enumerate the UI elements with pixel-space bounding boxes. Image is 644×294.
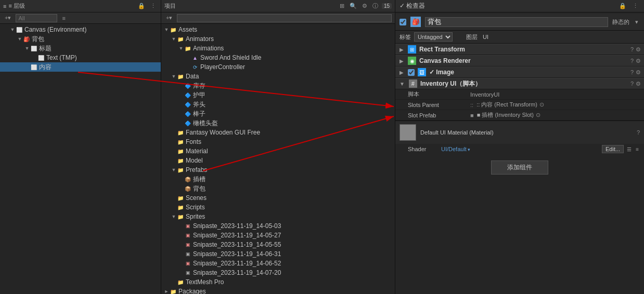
component-canvas-renderer[interactable]: ▶ ◉ Canvas Renderer ? ⚙ bbox=[395, 55, 644, 66]
backpack-arrow[interactable] bbox=[17, 36, 23, 42]
packages-arrow[interactable] bbox=[163, 288, 170, 294]
image-expand-btn[interactable]: ▶ bbox=[398, 70, 405, 75]
packages-label: Packages bbox=[178, 288, 206, 294]
inventory-expand-btn[interactable]: ▼ bbox=[398, 81, 406, 87]
slots-parent-extra-icon[interactable]: ⊙ bbox=[539, 101, 544, 108]
project-slot[interactable]: 📦 插槽 bbox=[161, 175, 395, 184]
inspector-title: ✓ 检查器 bbox=[400, 2, 425, 10]
project-snipaste1[interactable]: ▣ Snipaste_2023-11-19_14-05-03 bbox=[161, 221, 395, 231]
static-dropdown-btn[interactable]: ▾ bbox=[634, 18, 640, 26]
slot-prefab-value[interactable]: ■ ■ 插槽 (Inventory Slot) bbox=[470, 111, 534, 119]
project-hujia[interactable]: 🔷 护甲 bbox=[161, 90, 395, 100]
hierarchy-more-btn[interactable]: ⋮ bbox=[149, 2, 158, 10]
hierarchy-item-text-tmp[interactable]: ⬜ Text (TMP) bbox=[0, 53, 161, 62]
project-textmesh[interactable]: 📁 TextMesh Pro bbox=[161, 277, 395, 287]
backpack-prefab-icon: 📦 bbox=[184, 185, 191, 192]
image-settings-icon[interactable]: ⚙ bbox=[636, 69, 641, 76]
project-assets[interactable]: 📁 Assets bbox=[161, 25, 395, 34]
project-futou[interactable]: 🔷 斧头 bbox=[161, 100, 395, 109]
project-sprites[interactable]: 📁 Sprites bbox=[161, 212, 395, 221]
project-snipaste2[interactable]: ▣ Snipaste_2023-11-19_14-05-27 bbox=[161, 231, 395, 240]
material-help-icon[interactable]: ? bbox=[637, 129, 640, 136]
project-animations[interactable]: 📁 Animations bbox=[161, 44, 395, 53]
hierarchy-item-title[interactable]: ⬜ 标题 bbox=[0, 44, 161, 53]
inspector-more-btn[interactable]: ⋮ bbox=[631, 2, 640, 10]
project-icon1-btn[interactable]: ⊞ bbox=[338, 2, 346, 10]
project-add-btn[interactable]: +▾ bbox=[164, 14, 174, 22]
project-player-ctrl[interactable]: ⟳ PlayerController bbox=[161, 62, 395, 72]
shader-expand-btn[interactable]: ☰ bbox=[626, 146, 633, 152]
hierarchy-filter-btn[interactable]: ≡ bbox=[60, 15, 67, 22]
project-data[interactable]: 📁 Data bbox=[161, 72, 395, 81]
shader-edit-btn[interactable]: Edit... bbox=[602, 145, 624, 153]
project-fantasy[interactable]: 📁 Fantasy Wooden GUI Free bbox=[161, 128, 395, 137]
component-rect-transform[interactable]: ▶ ⊞ Rect Transform ? ⚙ bbox=[395, 44, 644, 55]
animators-arrow[interactable] bbox=[171, 36, 177, 42]
title-arrow[interactable] bbox=[24, 45, 30, 51]
image-active-checkbox[interactable] bbox=[408, 69, 415, 76]
canvas-icon: ⬜ bbox=[16, 26, 23, 33]
slot-prefab-extra-icon[interactable]: ⊙ bbox=[536, 112, 540, 118]
hierarchy-lock-btn[interactable]: 🔒 bbox=[136, 2, 147, 10]
project-model[interactable]: 📁 Model bbox=[161, 156, 395, 165]
inventory-settings-icon[interactable]: ⚙ bbox=[636, 81, 641, 87]
rect-help-icon[interactable]: ? bbox=[630, 46, 634, 53]
project-bangzi[interactable]: 🔷 棒子 bbox=[161, 109, 395, 118]
bangzi-icon: 🔷 bbox=[184, 110, 191, 117]
sprites-arrow[interactable] bbox=[171, 213, 177, 220]
inventory-help-icon[interactable]: ? bbox=[630, 81, 634, 87]
hierarchy-tree: ⬜ Canvas (Environment) 🎒 背包 ⬜ 标题 bbox=[0, 24, 161, 294]
animations-arrow[interactable] bbox=[178, 45, 184, 51]
rect-expand-btn[interactable]: ▶ bbox=[398, 47, 405, 52]
project-snipaste3[interactable]: ▣ Snipaste_2023-11-19_14-05-55 bbox=[161, 240, 395, 249]
project-packages[interactable]: 📁 Packages bbox=[161, 287, 395, 294]
project-scripts[interactable]: 📁 Scripts bbox=[161, 203, 395, 212]
rect-settings-icon[interactable]: ⚙ bbox=[636, 46, 641, 53]
hierarchy-add-btn[interactable]: +▾ bbox=[3, 14, 12, 22]
assets-icon: 📁 bbox=[170, 26, 177, 33]
project-kucun[interactable]: 🔷 库存 bbox=[161, 81, 395, 90]
tag-dropdown[interactable]: Untagged bbox=[414, 32, 453, 42]
object-name-field[interactable] bbox=[425, 17, 608, 27]
project-fonts[interactable]: 📁 Fonts bbox=[161, 137, 395, 146]
canvas-renderer-expand-btn[interactable]: ▶ bbox=[398, 58, 405, 64]
project-icon2-btn[interactable]: 🔍 bbox=[348, 2, 358, 10]
canvas-renderer-help-icon[interactable]: ? bbox=[630, 58, 634, 64]
hujia-label: 护甲 bbox=[193, 91, 205, 100]
component-image[interactable]: ▶ 🖼 ✓ Image ? ⚙ bbox=[395, 66, 644, 78]
component-inventory-ui[interactable]: ▼ # Inventory UI（脚本） ? ⚙ bbox=[395, 78, 644, 89]
image-help-icon[interactable]: ? bbox=[630, 69, 634, 76]
hierarchy-item-backpack[interactable]: 🎒 背包 bbox=[0, 34, 161, 44]
canvas-renderer-settings-icon[interactable]: ⚙ bbox=[636, 58, 641, 64]
project-material[interactable]: 📁 Material bbox=[161, 146, 395, 156]
slots-parent-value[interactable]: :: :: 内容 (Rect Transform) bbox=[470, 101, 537, 109]
project-icon4-btn[interactable]: ⓘ bbox=[371, 2, 380, 10]
project-search[interactable] bbox=[177, 14, 392, 22]
hierarchy-item-canvas[interactable]: ⬜ Canvas (Environment) bbox=[0, 25, 161, 34]
project-prefabs[interactable]: 📁 Prefabs bbox=[161, 165, 395, 175]
hierarchy-search[interactable] bbox=[16, 14, 57, 22]
assets-arrow[interactable] bbox=[163, 26, 170, 33]
canvas-arrow[interactable] bbox=[9, 26, 16, 33]
prefabs-arrow[interactable] bbox=[171, 167, 177, 173]
data-arrow[interactable] bbox=[171, 73, 177, 79]
project-sword-shield[interactable]: ▲ Sword And Shield Idle bbox=[161, 53, 395, 62]
add-component-btn[interactable]: 添加组件 bbox=[491, 161, 548, 175]
shader-value[interactable]: UI/Default bbox=[441, 146, 600, 152]
project-scenes[interactable]: 📁 Scenes bbox=[161, 193, 395, 203]
project-snipaste4[interactable]: ▣ Snipaste_2023-11-19_14-06-31 bbox=[161, 249, 395, 259]
shader-more-btn[interactable]: ≡ bbox=[635, 146, 640, 152]
project-animators[interactable]: 📁 Animators bbox=[161, 34, 395, 44]
project-backpack-prefab[interactable]: 📦 背包 bbox=[161, 184, 395, 193]
project-title: 项目 bbox=[164, 2, 176, 10]
inspector-lock-btn[interactable]: 🔒 bbox=[617, 2, 628, 10]
snip5-icon: ▣ bbox=[184, 260, 191, 267]
hierarchy-item-content[interactable]: ⬜ 内容 bbox=[0, 62, 161, 72]
object-active-checkbox[interactable] bbox=[400, 19, 406, 25]
slots-parent-row: Slots Parent :: :: 内容 (Rect Transform) ⊙ bbox=[395, 100, 644, 110]
project-snipaste6[interactable]: ▣ Snipaste_2023-11-19_14-07-20 bbox=[161, 268, 395, 277]
project-moloutou[interactable]: 🔷 橄榄头盔 bbox=[161, 118, 395, 128]
scripts-label: Scripts bbox=[186, 204, 205, 211]
project-snipaste5[interactable]: ▣ Snipaste_2023-11-19_14-06-52 bbox=[161, 259, 395, 268]
project-icon3-btn[interactable]: ⚙ bbox=[360, 2, 369, 10]
